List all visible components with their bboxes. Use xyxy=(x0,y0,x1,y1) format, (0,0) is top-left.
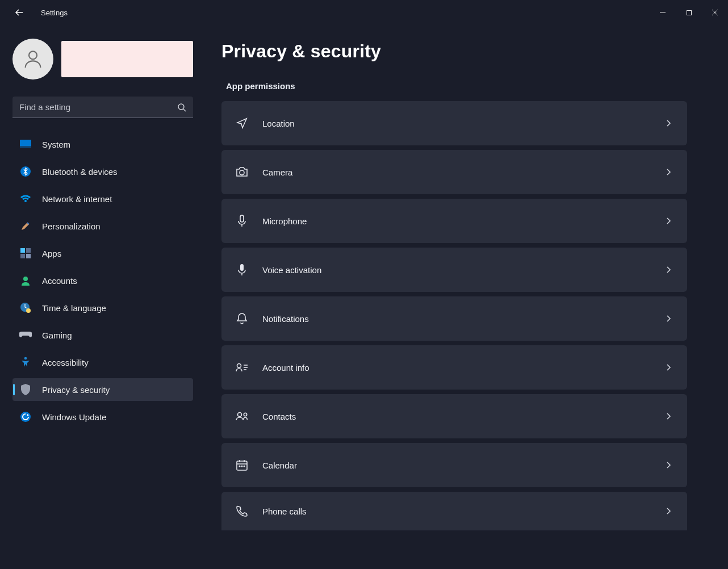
permission-label: Microphone xyxy=(262,216,307,226)
svg-point-27 xyxy=(244,413,246,416)
nav-list: System Bluetooth & devices Network & int… xyxy=(12,133,193,433)
bluetooth-icon xyxy=(19,165,32,178)
user-profile[interactable] xyxy=(12,39,193,80)
svg-point-32 xyxy=(239,466,240,467)
window-controls xyxy=(650,3,728,22)
voice-activation-icon xyxy=(234,262,250,278)
sidebar-item-label: Network & internet xyxy=(42,194,112,204)
sidebar-item-windows-update[interactable]: Windows Update xyxy=(12,405,193,428)
chevron-right-icon xyxy=(666,461,671,469)
permission-item-calendar[interactable]: Calendar xyxy=(221,443,687,487)
chevron-right-icon xyxy=(666,266,671,274)
chevron-right-icon xyxy=(666,412,671,420)
svg-rect-12 xyxy=(20,254,25,258)
globe-clock-icon xyxy=(19,302,32,314)
shield-icon xyxy=(19,383,32,396)
maximize-button[interactable] xyxy=(676,3,702,22)
page-title: Privacy & security xyxy=(221,41,687,62)
accounts-icon xyxy=(19,274,32,287)
section-title-app-permissions: App permissions xyxy=(226,81,687,91)
svg-rect-10 xyxy=(20,248,25,253)
sidebar-item-network[interactable]: Network & internet xyxy=(12,187,193,210)
svg-point-33 xyxy=(241,466,242,467)
sidebar-item-label: Time & language xyxy=(42,303,106,313)
svg-rect-20 xyxy=(240,215,244,222)
chevron-right-icon xyxy=(666,507,671,515)
search-field[interactable] xyxy=(12,97,193,118)
sidebar-item-accounts[interactable]: Accounts xyxy=(12,269,193,292)
sidebar-item-label: Windows Update xyxy=(42,412,106,422)
close-button[interactable] xyxy=(702,3,728,22)
sidebar-item-label: Accessibility xyxy=(42,358,89,367)
microphone-icon xyxy=(234,213,250,229)
permission-label: Location xyxy=(262,119,295,128)
back-arrow-icon xyxy=(15,8,24,17)
search-icon xyxy=(177,103,186,112)
paintbrush-icon xyxy=(19,220,32,232)
sidebar-item-accessibility[interactable]: Accessibility xyxy=(12,351,193,374)
permissions-list: Location Camera Microphone xyxy=(221,101,687,530)
permission-item-account-info[interactable]: Account info xyxy=(221,345,687,390)
chevron-right-icon xyxy=(666,363,671,371)
permission-label: Contacts xyxy=(262,412,296,421)
sidebar-item-privacy-security[interactable]: Privacy & security xyxy=(12,378,193,401)
permission-label: Camera xyxy=(262,168,292,177)
permission-item-camera[interactable]: Camera xyxy=(221,150,687,194)
system-icon xyxy=(19,138,32,150)
sidebar-item-label: Gaming xyxy=(42,330,72,340)
chevron-right-icon xyxy=(666,168,671,176)
svg-point-5 xyxy=(178,104,184,110)
svg-point-22 xyxy=(237,364,241,368)
sidebar-item-apps[interactable]: Apps xyxy=(12,242,193,265)
sidebar-item-personalization[interactable]: Personalization xyxy=(12,215,193,237)
svg-point-34 xyxy=(244,466,245,467)
permission-item-voice-activation[interactable]: Voice activation xyxy=(221,248,687,292)
chevron-right-icon xyxy=(666,315,671,323)
svg-point-17 xyxy=(24,357,27,360)
permission-label: Account info xyxy=(262,363,309,373)
permission-label: Voice activation xyxy=(262,265,321,275)
sidebar-item-gaming[interactable]: Gaming xyxy=(12,324,193,346)
sidebar-item-label: Bluetooth & devices xyxy=(42,167,118,177)
titlebar: Settings xyxy=(0,0,728,25)
sidebar-item-label: Apps xyxy=(42,249,61,258)
permission-label: Phone calls xyxy=(262,507,307,516)
svg-point-16 xyxy=(26,308,31,313)
phone-icon xyxy=(234,503,250,519)
minimize-button[interactable] xyxy=(650,3,676,22)
chevron-right-icon xyxy=(666,217,671,225)
svg-rect-13 xyxy=(26,254,31,258)
sidebar-item-system[interactable]: System xyxy=(12,133,193,156)
permission-item-location[interactable]: Location xyxy=(221,101,687,145)
permission-label: Notifications xyxy=(262,314,309,324)
contacts-icon xyxy=(234,408,250,424)
sidebar-item-time-language[interactable]: Time & language xyxy=(12,296,193,319)
account-info-icon xyxy=(234,359,250,375)
content: Privacy & security App permissions Locat… xyxy=(204,25,728,569)
svg-point-19 xyxy=(240,170,244,175)
accessibility-icon xyxy=(19,356,32,369)
svg-point-26 xyxy=(238,413,242,417)
back-button[interactable] xyxy=(11,5,27,20)
svg-rect-21 xyxy=(240,264,244,271)
gamepad-icon xyxy=(19,329,32,341)
window-title: Settings xyxy=(41,9,68,17)
permission-item-phone-calls[interactable]: Phone calls xyxy=(221,492,687,530)
svg-rect-1 xyxy=(687,10,691,15)
bell-icon xyxy=(234,311,250,327)
camera-icon xyxy=(234,164,250,180)
sidebar-item-label: Privacy & security xyxy=(42,385,110,395)
sidebar-item-bluetooth[interactable]: Bluetooth & devices xyxy=(12,160,193,183)
svg-point-18 xyxy=(20,412,31,422)
location-icon xyxy=(234,115,250,131)
permission-item-microphone[interactable]: Microphone xyxy=(221,199,687,243)
search-input[interactable] xyxy=(12,97,193,118)
chevron-right-icon xyxy=(666,119,671,127)
permission-item-notifications[interactable]: Notifications xyxy=(221,296,687,341)
minimize-icon xyxy=(659,9,666,16)
apps-icon xyxy=(19,247,32,260)
permission-item-contacts[interactable]: Contacts xyxy=(221,394,687,438)
update-icon xyxy=(19,411,32,423)
calendar-icon xyxy=(234,457,250,473)
person-icon xyxy=(22,48,44,70)
